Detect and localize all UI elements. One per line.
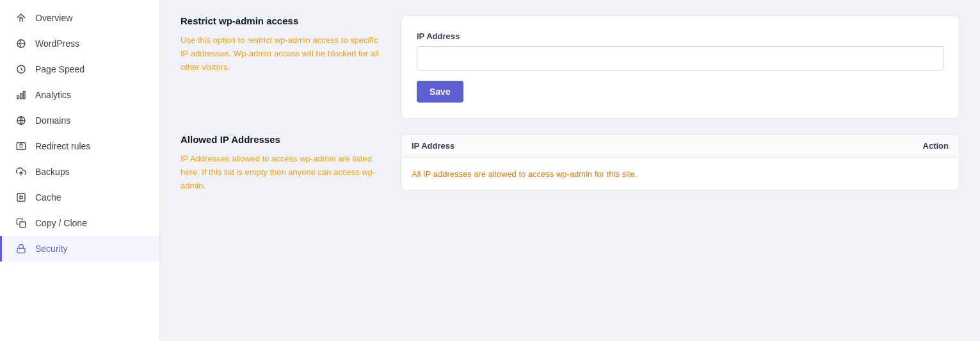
sidebar-item-security[interactable]: Security [0,236,159,262]
globe-icon [15,115,28,126]
cache-icon [15,192,28,203]
sidebar-label-wordpress: WordPress [35,38,79,49]
sidebar-item-overview[interactable]: Overview [0,5,159,31]
sidebar-label-domains: Domains [35,115,70,126]
svg-rect-3 [20,94,22,99]
sidebar-label-backups: Backups [35,167,70,177]
sidebar-label-copy-clone: Copy / Clone [35,218,87,228]
allowed-ip-title: Allowed IP Addresses [181,134,385,145]
sidebar-label-overview: Overview [35,13,72,23]
table-body: All IP addresses are allowed to access w… [401,158,959,190]
sidebar-item-redirect-rules[interactable]: Redirect rules [0,133,159,159]
sidebar-item-page-speed[interactable]: Page Speed [0,56,159,82]
restrict-wpadmin-text: Use this option to restrict wp-admin acc… [181,34,385,74]
svg-rect-4 [23,92,25,99]
restrict-wpadmin-section: Restrict wp-admin access Use this option… [181,15,960,119]
sidebar-label-security: Security [35,244,68,254]
sidebar-item-wordpress[interactable]: WordPress [0,31,159,56]
gauge-icon [15,64,28,74]
restrict-wpadmin-card: IP Address Save [401,15,960,119]
save-button[interactable]: Save [417,81,463,103]
restrict-wpadmin-description: Restrict wp-admin access Use this option… [181,15,385,74]
sidebar-label-cache: Cache [35,192,61,203]
sidebar: Overview WordPress Page Speed Analytics … [0,0,160,341]
table-header: IP Address Action [401,135,959,158]
ip-address-input[interactable] [417,46,944,71]
allowed-ip-section: Allowed IP Addresses IP Addresses allowe… [181,134,960,192]
redirect-icon [15,141,28,151]
allowed-ip-text: IP Addresses allowed to access wp-admin … [181,153,385,192]
svg-rect-9 [20,222,26,228]
copy-icon [15,218,28,228]
sidebar-label-analytics: Analytics [35,90,71,100]
wp-icon [15,38,28,49]
sidebar-item-domains[interactable]: Domains [0,108,159,133]
home-icon [15,13,28,23]
sidebar-item-backups[interactable]: Backups [0,159,159,185]
sidebar-label-redirect-rules: Redirect rules [35,141,90,151]
svg-rect-2 [17,96,19,99]
allowed-ip-card: IP Address Action All IP addresses are a… [401,134,960,190]
table-col-ip: IP Address [412,141,454,151]
restrict-wpadmin-title: Restrict wp-admin access [181,15,385,26]
sidebar-label-page-speed: Page Speed [35,64,84,74]
svg-rect-8 [17,194,25,201]
lock-icon [15,244,28,254]
allowed-ip-description: Allowed IP Addresses IP Addresses allowe… [181,134,385,192]
cloud-upload-icon [15,167,28,177]
sidebar-item-analytics[interactable]: Analytics [0,82,159,108]
bar-chart-icon [15,90,28,100]
main-content: Restrict wp-admin access Use this option… [160,0,980,341]
sidebar-item-copy-clone[interactable]: Copy / Clone [0,210,159,236]
table-empty-message: All IP addresses are allowed to access w… [412,169,637,179]
ip-address-label: IP Address [417,31,944,41]
svg-rect-10 [17,248,25,253]
table-col-action: Action [923,141,949,151]
sidebar-item-cache[interactable]: Cache [0,185,159,210]
